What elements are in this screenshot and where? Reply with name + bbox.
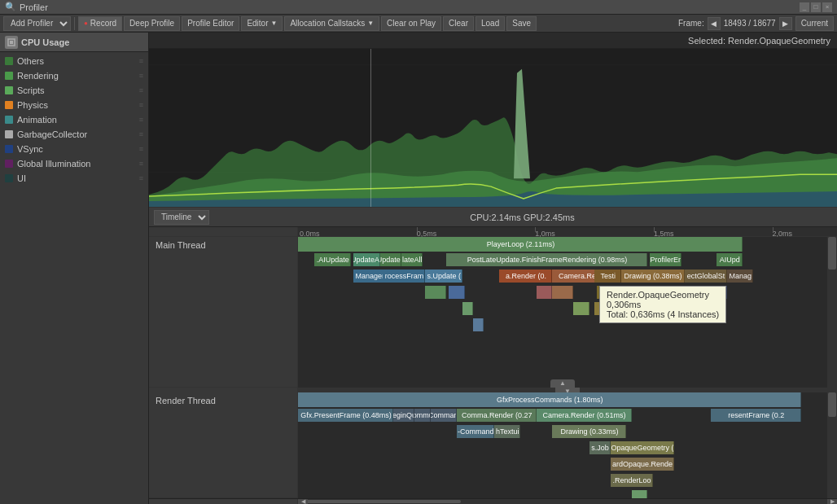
thread-block-5[interactable]: Comma.Render (0.27 <box>457 409 537 422</box>
sidebar-item-physics[interactable]: Physics ≡ <box>0 98 148 112</box>
thread-block-2[interactable]: eginQu <box>393 409 414 422</box>
render-thread-content[interactable]: GfxProcessCommands (1.80ms)Gfx.PresentFr… <box>298 392 827 498</box>
load-button[interactable]: Load <box>475 16 505 31</box>
selected-info-text: Selected: Render.OpaqueGeometry <box>688 36 830 46</box>
thread-block-10[interactable]: s.Update ( <box>425 270 462 283</box>
drag-handle-rendering[interactable]: ≡ <box>139 72 143 80</box>
thread-block-7[interactable]: resentFrame (0.2 <box>711 409 801 422</box>
sidebar-item-gi[interactable]: Global Illumination ≡ <box>0 156 148 171</box>
sidebar-item-animation[interactable]: Animation ≡ <box>0 112 148 127</box>
thread-block-14[interactable]: Drawing (0.38ms) <box>621 270 685 283</box>
thread-block-22[interactable] <box>473 318 484 331</box>
main-thread-content[interactable]: PlayerLoop (2.11ms).AIUpdateUpdateAnUpda… <box>298 237 827 388</box>
main-thread-collapse[interactable]: ▲ <box>550 379 575 388</box>
render-thread-scroll-thumb[interactable] <box>828 392 836 417</box>
thread-block-23[interactable] <box>537 286 553 299</box>
thread-block-1[interactable]: Gfx.PresentFrame (0.48ms) <box>298 409 393 422</box>
thread-block-13[interactable]: ardOpaque.Rende <box>611 458 674 471</box>
sidebar-item-rendering[interactable]: Rendering ≡ <box>0 68 148 83</box>
thread-block-2[interactable]: UpdateAn <box>353 253 380 266</box>
render-thread-scrollbar[interactable] <box>827 392 837 497</box>
thread-block-13[interactable]: Testi <box>594 270 621 283</box>
thread-block-4[interactable]: Commani <box>431 409 458 422</box>
prev-frame-button[interactable]: ◀ <box>708 17 721 30</box>
drag-handle-others[interactable]: ≡ <box>139 57 143 65</box>
thread-block-9[interactable]: hTextui <box>494 425 521 438</box>
color-dot-animation <box>5 116 13 124</box>
color-dot-rendering <box>5 72 13 80</box>
drag-handle-animation[interactable]: ≡ <box>139 116 143 124</box>
clear-button[interactable]: Clear <box>443 16 474 31</box>
clear-on-play-button[interactable]: Clear on Play <box>381 16 441 31</box>
main-thread-scrollbar[interactable] <box>827 237 837 387</box>
thread-block-3[interactable]: ommu <box>414 409 431 422</box>
render-thread-row: Render Thread GfxProcessCommands (1.80ms… <box>149 392 837 498</box>
thread-block-4[interactable]: lateAll <box>401 253 423 266</box>
h-scrollbar-track[interactable]: ◀ ▶ <box>298 499 837 504</box>
main-layout: CPU Usage Others ≡ Rendering ≡ Scripts ≡… <box>0 33 837 504</box>
thread-block-21[interactable] <box>462 302 473 315</box>
sidebar-item-others[interactable]: Others ≡ <box>0 54 148 68</box>
right-panel: Selected: Render.OpaqueGeometry 4ms (250… <box>149 33 837 504</box>
save-button[interactable]: Save <box>506 16 537 31</box>
thread-block-1[interactable]: .AIUpdate <box>314 253 352 266</box>
thread-block-11[interactable]: s.Job <box>589 441 611 454</box>
sidebar-item-label-gi: Global Illumination <box>17 159 91 169</box>
drag-handle-gi[interactable]: ≡ <box>139 160 143 168</box>
current-button[interactable]: Current <box>795 16 834 31</box>
thread-block-0[interactable]: PlayerLoop (2.11ms) <box>298 237 743 252</box>
drag-handle-vsync[interactable]: ≡ <box>139 145 143 153</box>
thread-block-15[interactable]: ectGlobalSt <box>685 270 727 283</box>
thread-block-5[interactable]: PostLateUpdate.FinishFrameRendering (0.9… <box>446 253 647 266</box>
editor-button[interactable]: Editor ▼ <box>241 16 283 31</box>
minimize-button[interactable]: _ <box>800 2 809 12</box>
thread-block-24[interactable] <box>552 286 573 299</box>
scroll-right-button[interactable]: ▶ <box>827 499 837 504</box>
thread-block-15[interactable] <box>632 490 648 498</box>
main-thread-scroll-thumb[interactable] <box>828 237 836 270</box>
close-button[interactable]: × <box>822 2 832 12</box>
scroll-left-button[interactable]: ◀ <box>298 499 308 504</box>
horizontal-scrollbar[interactable]: ◀ ▶ <box>149 498 837 504</box>
tooltip-line2: 0,306ms <box>607 300 719 309</box>
thread-block-19[interactable] <box>425 286 446 299</box>
thread-block-3[interactable]: UpdateA <box>380 253 401 266</box>
h-scrollbar-thumb[interactable] <box>298 500 461 503</box>
allocation-callstacks-button[interactable]: Allocation Callstacks ▼ <box>284 16 379 31</box>
thread-block-6[interactable]: Camera.Render (0.51ms) <box>537 409 632 422</box>
sidebar-item-ui[interactable]: UI ≡ <box>0 171 148 186</box>
thread-block-16[interactable]: Manag <box>727 270 754 283</box>
thread-block-20[interactable] <box>449 286 465 299</box>
maximize-button[interactable]: □ <box>811 2 821 12</box>
drag-handle-ui[interactable]: ≡ <box>139 174 143 182</box>
thread-block-9[interactable]: rocessFram <box>383 270 425 283</box>
drag-handle-gc[interactable]: ≡ <box>139 130 143 138</box>
tick-3 <box>654 227 655 232</box>
add-profiler-dropdown[interactable]: Add Profiler <box>3 16 71 31</box>
drag-handle-scripts[interactable]: ≡ <box>139 86 143 94</box>
thread-block-0[interactable]: GfxProcessCommands (1.80ms) <box>298 392 801 407</box>
thread-block-11[interactable]: a.Render (0. <box>499 270 552 283</box>
thread-block-25[interactable] <box>573 302 589 315</box>
thread-block-6[interactable]: ProfilerEn <box>650 253 681 266</box>
sidebar-item-gc[interactable]: GarbageCollector ≡ <box>0 127 148 142</box>
color-dot-scripts <box>5 86 13 94</box>
thread-block-10[interactable]: Drawing (0.33ms) <box>552 425 626 438</box>
title-bar-controls: _ □ × <box>800 2 832 12</box>
thread-block-8[interactable]: Manager <box>353 270 385 283</box>
tick-1 <box>417 227 418 232</box>
deep-profile-button[interactable]: Deep Profile <box>124 16 180 31</box>
profile-editor-button[interactable]: Profile Editor <box>182 16 239 31</box>
timeline-select[interactable]: Timeline <box>154 210 209 225</box>
sidebar-item-vsync[interactable]: VSync ≡ <box>0 142 148 156</box>
record-button[interactable]: ● Record <box>78 16 122 31</box>
thread-block-8[interactable]: -Command <box>457 425 494 438</box>
thread-block-12[interactable]: OpaqueGeometry ( <box>611 441 674 454</box>
thread-block-7[interactable]: AIUpd <box>716 253 743 266</box>
thread-block-14[interactable]: .RenderLoo <box>611 474 653 487</box>
drag-handle-physics[interactable]: ≡ <box>139 101 143 109</box>
sidebar-item-scripts[interactable]: Scripts ≡ <box>0 83 148 98</box>
chart-area[interactable]: 4ms (250FPS) 1ms (1000FPS) <box>149 49 837 208</box>
next-frame-button[interactable]: ▶ <box>779 17 792 30</box>
frame-info: Frame: ◀ 18493 / 18677 ▶ Current <box>678 16 834 31</box>
